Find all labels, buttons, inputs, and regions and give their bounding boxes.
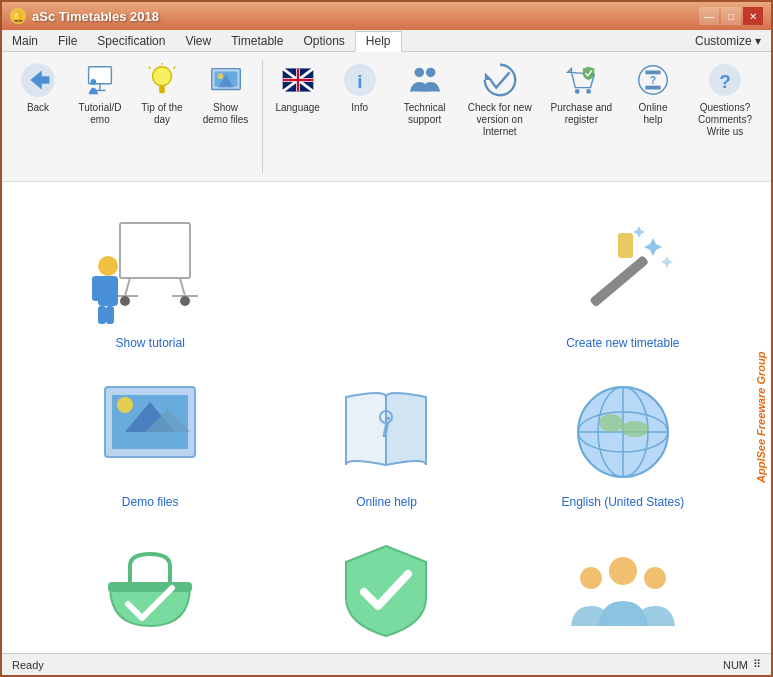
close-button[interactable]: ✕: [743, 7, 763, 25]
svg-point-25: [414, 68, 424, 78]
menu-main[interactable]: Main: [2, 32, 48, 50]
info-label: Info: [351, 102, 368, 114]
svg-text:?: ?: [650, 75, 656, 86]
svg-point-66: [580, 567, 602, 589]
svg-point-54: [117, 397, 133, 413]
svg-rect-45: [92, 276, 102, 301]
toolbar-language[interactable]: Language: [268, 56, 328, 119]
title-bar: 🔔 aSc Timetables 2018 — □ ✕: [2, 2, 771, 30]
svg-point-26: [426, 68, 436, 78]
tutorial-grid-icon: [90, 218, 210, 328]
purchase-icon: [562, 61, 600, 99]
svg-point-6: [153, 67, 172, 86]
maximize-button[interactable]: □: [721, 7, 741, 25]
status-right: NUM ⠿: [723, 658, 761, 671]
svg-text:?: ?: [719, 71, 731, 92]
tutorial-label: Tutorial/Demo: [77, 102, 123, 126]
tutorial-grid-label: Show tutorial: [115, 336, 184, 350]
questions-icon: ?: [706, 61, 744, 99]
create-timetable-label: Create new timetable: [566, 336, 679, 350]
main-window: 🔔 aSc Timetables 2018 — □ ✕ Main File Sp…: [0, 0, 773, 677]
language-label: Language: [275, 102, 320, 114]
svg-point-41: [120, 296, 130, 306]
menu-options[interactable]: Options: [293, 32, 354, 50]
purchase-label: Purchase and register: [549, 102, 614, 126]
svg-line-38: [180, 278, 185, 296]
toolbar-tutorial[interactable]: Tutorial/Demo: [70, 56, 130, 131]
svg-point-28: [575, 89, 580, 94]
svg-point-14: [217, 73, 223, 79]
menu-file[interactable]: File: [48, 32, 87, 50]
technical-icon: [406, 61, 444, 99]
grid-english[interactable]: English (United States): [505, 361, 741, 520]
svg-rect-31: [645, 71, 660, 75]
tip-label: Tip of the day: [139, 102, 185, 126]
toolbar-purchase[interactable]: Purchase and register: [542, 56, 621, 131]
menu-view[interactable]: View: [175, 32, 221, 50]
status-bar: Ready NUM ⠿: [2, 653, 771, 675]
svg-rect-48: [589, 255, 649, 308]
grid-registration[interactable]: Input registration code: [268, 520, 504, 653]
book-grid-icon: i: [326, 377, 446, 487]
grid-contact[interactable]: Contact us: [505, 520, 741, 653]
svg-rect-36: [120, 223, 190, 278]
toolbar: Back Tutorial/Demo: [2, 52, 771, 182]
back-icon: [19, 61, 57, 99]
status-ready: Ready: [12, 659, 44, 671]
svg-rect-46: [106, 306, 114, 324]
demo-label: Show demo files: [201, 102, 250, 126]
svg-rect-64: [108, 582, 192, 592]
toolbar-demo[interactable]: Show demo files: [194, 56, 257, 131]
svg-line-10: [173, 67, 175, 69]
menu-customize[interactable]: Customize ▾: [685, 32, 771, 50]
back-label: Back: [27, 102, 49, 114]
svg-point-42: [180, 296, 190, 306]
toolbar-back[interactable]: Back: [8, 56, 68, 119]
svg-point-5: [91, 79, 97, 85]
online-help-label: Online help: [356, 495, 417, 509]
svg-point-62: [599, 414, 623, 432]
toolbar-online[interactable]: ? Online help: [623, 56, 683, 131]
online-icon: ?: [634, 61, 672, 99]
info-icon: i: [341, 61, 379, 99]
window-controls: — □ ✕: [699, 7, 763, 25]
grid-show-tutorial[interactable]: Show tutorial: [32, 202, 268, 361]
separator-1: [262, 60, 263, 173]
technical-label: Technical support: [399, 102, 451, 126]
menu-specification[interactable]: Specification: [87, 32, 175, 50]
toolbar-technical[interactable]: Technical support: [392, 56, 458, 131]
demo-files-label: Demo files: [122, 495, 179, 509]
shield-grid-icon: [326, 536, 446, 646]
menu-bar: Main File Specification View Timetable O…: [2, 30, 771, 52]
svg-point-43: [98, 256, 118, 276]
menu-timetable[interactable]: Timetable: [221, 32, 293, 50]
grid-create-timetable[interactable]: Create new timetable: [505, 202, 741, 361]
grid-demo-files[interactable]: Demo files: [32, 361, 268, 520]
demo-icon: [207, 61, 245, 99]
svg-text:i: i: [383, 412, 392, 443]
toolbar-questions[interactable]: ? Questions? Comments? Write us: [685, 56, 765, 143]
menu-help[interactable]: Help: [355, 31, 402, 52]
svg-point-65: [609, 557, 637, 585]
app-icon: 🔔: [10, 8, 26, 24]
questions-label: Questions? Comments? Write us: [692, 102, 758, 138]
toolbar-check[interactable]: Check for new version on Internet: [460, 56, 540, 143]
minimize-button[interactable]: —: [699, 7, 719, 25]
tutorial-icon: [81, 61, 119, 99]
svg-rect-49: [618, 233, 633, 258]
title-bar-left: 🔔 aSc Timetables 2018: [10, 8, 159, 24]
toolbar-tip[interactable]: Tip of the day: [132, 56, 192, 131]
content-area: ApplSee Freeware Group: [2, 182, 771, 653]
globe-grid-icon: [563, 377, 683, 487]
wand-grid-icon: [563, 218, 683, 328]
language-icon: [279, 61, 317, 99]
demo-grid-icon: [90, 377, 210, 487]
grid-check-prices[interactable]: Check prices/Purchase the software: [32, 520, 268, 653]
contact-grid-icon: [563, 536, 683, 646]
english-label: English (United States): [561, 495, 684, 509]
grid-online-help[interactable]: i Online help: [268, 361, 504, 520]
check-icon: [481, 61, 519, 99]
svg-point-63: [621, 421, 649, 437]
svg-line-9: [149, 67, 151, 69]
toolbar-info[interactable]: i Info: [330, 56, 390, 119]
